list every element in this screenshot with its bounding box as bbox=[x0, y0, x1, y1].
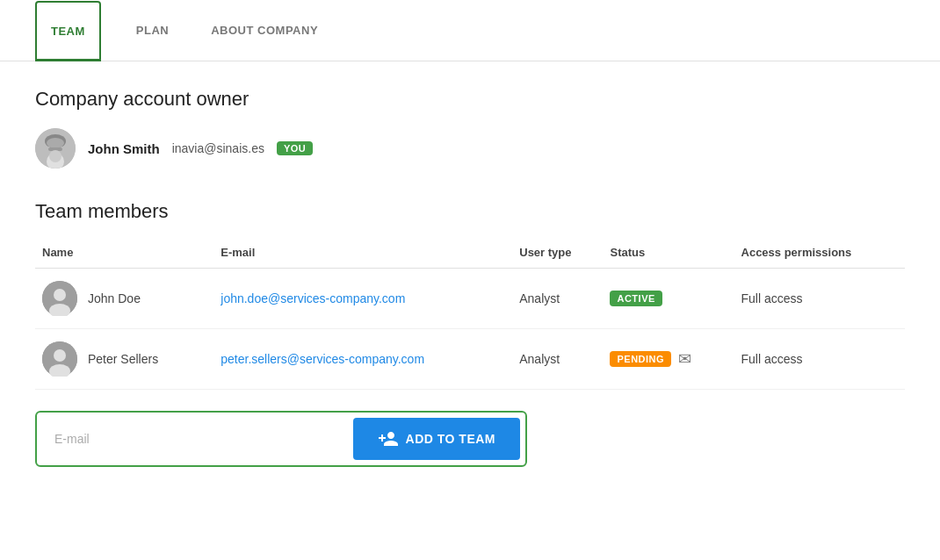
members-table: Name E-mail User type Status Access perm… bbox=[35, 237, 905, 390]
col-email: E-mail bbox=[213, 237, 512, 269]
member-status-cell: PENDING✉ bbox=[603, 329, 734, 390]
svg-point-11 bbox=[54, 349, 66, 362]
main-content: Company account owner John Smith inavia@… bbox=[0, 61, 940, 502]
svg-point-3 bbox=[47, 138, 64, 148]
tab-about-company[interactable]: ABOUT COMPANY bbox=[204, 1, 325, 61]
svg-point-6 bbox=[49, 150, 61, 162]
avatar-icon bbox=[42, 281, 77, 316]
table-row: Peter Sellers peter.sellers@services-com… bbox=[35, 329, 905, 390]
tabs-nav: TEAM PLAN ABOUT COMPANY bbox=[0, 0, 940, 61]
col-user-type: User type bbox=[512, 237, 603, 269]
member-name: John Doe bbox=[88, 291, 141, 305]
mail-icon[interactable]: ✉ bbox=[678, 349, 691, 369]
owner-row: John Smith inavia@sinais.es YOU bbox=[35, 128, 905, 169]
add-to-team-label: ADD TO TEAM bbox=[406, 432, 495, 446]
email-input[interactable] bbox=[42, 423, 353, 455]
col-name: Name bbox=[35, 237, 213, 269]
owner-section-title: Company account owner bbox=[35, 88, 905, 111]
member-name-cell: John Doe bbox=[35, 269, 213, 329]
member-user-type: Analyst bbox=[512, 329, 603, 390]
owner-email: inavia@sinais.es bbox=[172, 141, 264, 155]
col-status: Status bbox=[603, 237, 734, 269]
status-badge: ACTIVE bbox=[610, 291, 662, 306]
status-badge: PENDING bbox=[610, 351, 671, 367]
table-row: John Doe john.doe@services-company.comAn… bbox=[35, 269, 905, 329]
owner-avatar bbox=[35, 128, 76, 169]
member-status-cell: ACTIVE bbox=[603, 269, 734, 329]
member-email: john.doe@services-company.com bbox=[213, 269, 512, 329]
add-to-team-button[interactable]: ADD TO TEAM bbox=[353, 418, 520, 460]
team-section-title: Team members bbox=[35, 200, 905, 223]
owner-name: John Smith bbox=[88, 141, 160, 156]
you-badge: YOU bbox=[277, 141, 313, 155]
member-access: Full access bbox=[734, 329, 905, 390]
tab-plan[interactable]: PLAN bbox=[129, 1, 176, 61]
member-access: Full access bbox=[734, 269, 905, 329]
member-name: Peter Sellers bbox=[88, 352, 158, 366]
svg-point-8 bbox=[54, 289, 66, 301]
add-team-section: ADD TO TEAM bbox=[35, 411, 527, 467]
tab-team[interactable]: TEAM bbox=[35, 1, 101, 61]
member-email: peter.sellers@services-company.com bbox=[213, 329, 512, 390]
avatar-icon bbox=[42, 341, 77, 377]
person-add-icon bbox=[378, 428, 399, 449]
member-avatar bbox=[42, 341, 77, 377]
owner-avatar-image bbox=[35, 128, 76, 169]
member-user-type: Analyst bbox=[512, 269, 603, 329]
col-access: Access permissions bbox=[734, 237, 905, 269]
member-name-cell: Peter Sellers bbox=[35, 329, 213, 390]
member-avatar bbox=[42, 281, 77, 316]
